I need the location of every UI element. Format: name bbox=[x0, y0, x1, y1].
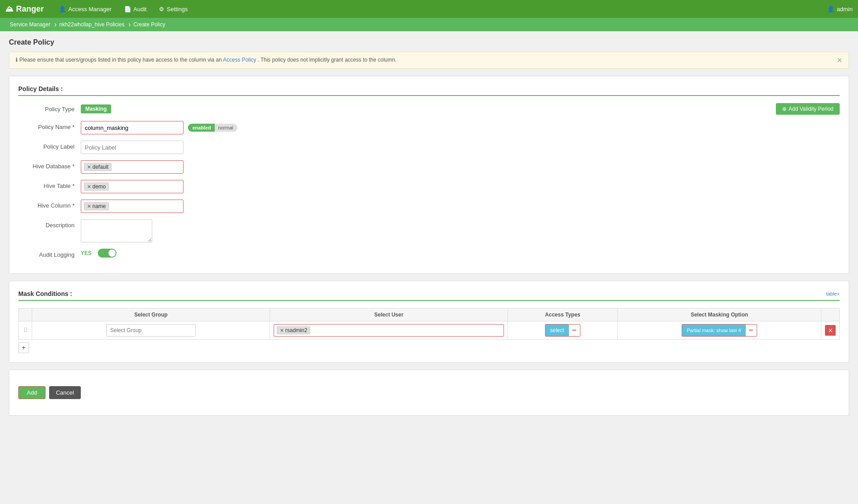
nav-access-manager[interactable]: 👤 Access Manager bbox=[53, 0, 118, 18]
select-user-header: Select User bbox=[270, 308, 508, 321]
policy-type-label: Policy Type bbox=[18, 103, 81, 112]
enabled-badge: enabled bbox=[188, 124, 215, 132]
select-masking-header: Select Masking Option bbox=[617, 308, 821, 321]
masking-option-cell: Partial mask: show last 4 ✏ bbox=[617, 321, 821, 340]
select-user-input[interactable]: ✕ rsadmin2 bbox=[274, 324, 504, 337]
mask-conditions-card: Mask Conditions : table+ Select Group Se… bbox=[9, 281, 849, 362]
add-condition-row-button[interactable]: + bbox=[18, 342, 29, 353]
conditions-table-header: Select Group Select User Access Types Se… bbox=[19, 308, 840, 321]
policy-label-label: Policy Label bbox=[18, 141, 81, 150]
policy-label-input[interactable] bbox=[81, 141, 183, 154]
hive-column-tag-remove[interactable]: ✕ bbox=[87, 204, 91, 209]
hive-table-input[interactable]: ✕ demo bbox=[81, 180, 183, 193]
alert-box: ℹ Please ensure that users/groups listed… bbox=[9, 52, 849, 69]
description-label: Description bbox=[18, 219, 81, 229]
alert-link[interactable]: Access Policy bbox=[223, 57, 256, 63]
access-manager-icon: 👤 bbox=[59, 6, 66, 12]
breadcrumb-policies[interactable]: nkh22whcllap_hive Policies bbox=[55, 18, 129, 31]
alert-text: ℹ Please ensure that users/groups listed… bbox=[16, 57, 833, 63]
hive-column-input[interactable]: ✕ name bbox=[81, 200, 183, 213]
alert-message-after: . This policy does not implicitly grant … bbox=[258, 57, 396, 63]
audit-logging-status: YES bbox=[81, 250, 92, 256]
select-access-type-button[interactable]: select bbox=[546, 325, 568, 336]
select-group-cell bbox=[32, 321, 270, 340]
drag-handle-cell: ⠿ bbox=[19, 321, 32, 340]
policy-label-row: Policy Label bbox=[18, 141, 840, 154]
conditions-table: Select Group Select User Access Types Se… bbox=[18, 308, 840, 340]
drag-handle-icon[interactable]: ⠿ bbox=[23, 327, 28, 334]
alert-icon: ℹ bbox=[16, 57, 18, 63]
select-group-header: Select Group bbox=[32, 308, 270, 321]
hive-database-tag-value: default bbox=[92, 164, 108, 170]
delete-cell: ✕ bbox=[821, 321, 840, 340]
user-icon: 👤 bbox=[827, 6, 834, 12]
action-column-header bbox=[821, 308, 840, 321]
policy-name-input[interactable] bbox=[81, 121, 183, 134]
top-nav: ⛰ Ranger 👤 Access Manager 📄 Audit ⚙ Sett… bbox=[0, 0, 858, 18]
username: admin bbox=[837, 6, 853, 12]
hive-column-tag-value: name bbox=[92, 203, 106, 209]
hive-database-tag-remove[interactable]: ✕ bbox=[87, 164, 91, 170]
policy-name-label: Policy Name * bbox=[18, 121, 81, 130]
policy-type-badge: Masking bbox=[81, 104, 111, 113]
hive-column-label: Hive Column * bbox=[18, 200, 81, 209]
add-validity-period-button[interactable]: ⊕ Add Validity Period bbox=[776, 103, 840, 115]
nav-access-manager-label: Access Manager bbox=[68, 6, 112, 12]
plus-circle-icon: ⊕ bbox=[782, 106, 787, 112]
alert-close-button[interactable]: ✕ bbox=[837, 57, 842, 64]
bottom-actions: Add Cancel bbox=[18, 379, 840, 406]
alert-message-before: Please ensure that users/groups listed i… bbox=[19, 57, 223, 63]
masking-option-button[interactable]: Partial mask: show last 4 bbox=[682, 325, 746, 336]
audit-logging-toggle[interactable] bbox=[98, 249, 117, 258]
policy-type-row: Policy Type Masking ⊕ Add Validity Perio… bbox=[18, 103, 840, 115]
cancel-button[interactable]: Cancel bbox=[49, 386, 80, 399]
select-user-cell: ✕ rsadmin2 bbox=[270, 321, 508, 340]
table-row: ⠿ ✕ rsadmin2 bbox=[19, 321, 840, 340]
settings-icon: ⚙ bbox=[159, 6, 164, 12]
hive-table-tag-remove[interactable]: ✕ bbox=[87, 184, 91, 190]
normal-badge: normal bbox=[215, 124, 238, 132]
delete-row-button[interactable]: ✕ bbox=[825, 325, 836, 336]
hive-column-tag: ✕ name bbox=[84, 202, 109, 210]
breadcrumb: Service Manager nkh22whcllap_hive Polici… bbox=[0, 18, 858, 31]
access-types-select[interactable]: select ✏ bbox=[545, 324, 580, 337]
edit-masking-option-button[interactable]: ✏ bbox=[746, 325, 757, 336]
hive-database-row: Hive Database * ✕ default bbox=[18, 160, 840, 174]
user-tag-remove[interactable]: ✕ bbox=[280, 328, 284, 333]
enabled-toggle[interactable]: enabled normal bbox=[188, 124, 237, 132]
audit-logging-label: Audit Logging bbox=[18, 249, 81, 258]
access-types-cell: select ✏ bbox=[508, 321, 617, 340]
policy-details-card: Policy Details : Policy Type Masking ⊕ A… bbox=[9, 76, 849, 274]
nav-audit[interactable]: 📄 Audit bbox=[118, 0, 153, 18]
breadcrumb-service-manager[interactable]: Service Manager bbox=[5, 18, 55, 31]
mask-conditions-title: Mask Conditions : bbox=[18, 290, 72, 297]
nav-settings[interactable]: ⚙ Settings bbox=[153, 0, 194, 18]
brand-name: Ranger bbox=[16, 4, 44, 14]
access-types-header: Access Types bbox=[508, 308, 617, 321]
add-validity-label: Add Validity Period bbox=[789, 106, 834, 112]
user-tag: ✕ rsadmin2 bbox=[277, 326, 310, 334]
page-content: Create Policy ℹ Please ensure that users… bbox=[0, 31, 858, 504]
select-group-input[interactable] bbox=[106, 324, 196, 337]
hive-database-input[interactable]: ✕ default bbox=[81, 160, 183, 174]
masking-option-select[interactable]: Partial mask: show last 4 ✏ bbox=[682, 324, 757, 337]
nav-settings-label: Settings bbox=[167, 6, 187, 12]
description-textarea[interactable] bbox=[81, 219, 152, 242]
hive-database-label: Hive Database * bbox=[18, 160, 81, 170]
hive-column-row: Hive Column * ✕ name bbox=[18, 200, 840, 213]
table-link[interactable]: table+ bbox=[826, 291, 840, 296]
add-button[interactable]: Add bbox=[18, 386, 46, 399]
brand-icon: ⛰ bbox=[5, 4, 13, 14]
breadcrumb-create-policy[interactable]: Create Policy bbox=[129, 18, 170, 31]
audit-icon: 📄 bbox=[124, 6, 131, 12]
hive-table-tag-value: demo bbox=[92, 183, 106, 190]
hive-database-tag: ✕ default bbox=[84, 163, 112, 171]
nav-user: 👤 admin bbox=[827, 6, 853, 12]
bottom-actions-card: Add Cancel bbox=[9, 370, 849, 416]
audit-logging-row: Audit Logging YES bbox=[18, 249, 840, 258]
description-row: Description bbox=[18, 219, 840, 242]
edit-access-type-button[interactable]: ✏ bbox=[569, 325, 580, 336]
brand[interactable]: ⛰ Ranger bbox=[5, 4, 44, 14]
policy-details-title: Policy Details : bbox=[18, 85, 63, 92]
user-tag-value: rsadmin2 bbox=[285, 327, 307, 333]
